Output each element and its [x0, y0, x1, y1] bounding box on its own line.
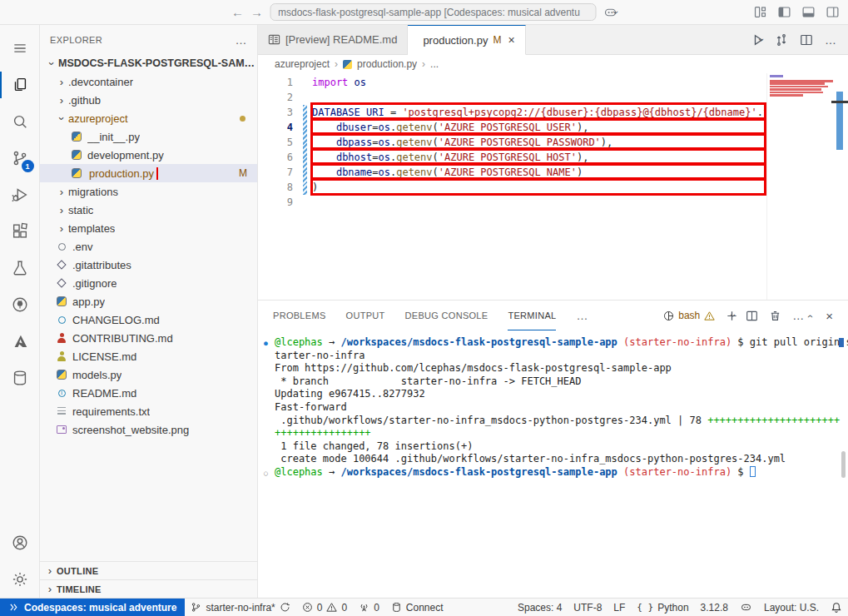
close-icon[interactable]: ×: [508, 33, 514, 47]
sidebar-item-source-control[interactable]: 1: [0, 140, 40, 176]
code-editor[interactable]: 123456789 import osDATABASE_URI = 'postg…: [258, 73, 848, 300]
terminal-shell-selector[interactable]: bash: [663, 310, 715, 321]
split-editor-icon[interactable]: [800, 33, 813, 47]
sidebar-item-azure[interactable]: [0, 323, 40, 360]
sidebar-item-static[interactable]: ›static: [40, 201, 257, 219]
tab-preview-readme[interactable]: [Preview] README.md: [258, 25, 408, 55]
status-bar: Codespaces: musical adventure starter-no…: [0, 598, 848, 616]
file-label: MSDOCS-FLASK-POSTGRESQL-SAMPLE-...: [58, 57, 257, 69]
tab-terminal[interactable]: TERMINAL: [508, 301, 556, 330]
sidebar-item-models-py[interactable]: models.py: [40, 365, 257, 384]
sidebar-item--gitattributes[interactable]: .gitattributes: [40, 256, 257, 274]
more-actions-icon[interactable]: …: [825, 33, 836, 47]
terminal-line: ++++++++++++++++: [258, 427, 848, 440]
code-line[interactable]: [258, 195, 766, 210]
code-line[interactable]: import os: [258, 75, 766, 90]
back-icon[interactable]: ←: [231, 5, 244, 19]
code-line[interactable]: dbname=os.getenv('AZURE_POSTGRESQL_NAME'…: [258, 165, 766, 180]
sidebar-item-app-py[interactable]: app.py: [40, 292, 257, 310]
remote-indicator[interactable]: Codespaces: musical adventure: [0, 599, 185, 616]
sidebar-item-templates[interactable]: ›templates: [40, 219, 257, 237]
code-line[interactable]: DATABASE_URI = 'postgresql+psycopg2://{d…: [258, 105, 766, 120]
sidebar-item-database[interactable]: [0, 360, 40, 396]
split-terminal-icon[interactable]: [746, 310, 758, 322]
timeline-section[interactable]: ›TIMELINE: [40, 579, 257, 598]
toggle-secondary-sidebar-icon[interactable]: [826, 5, 840, 19]
copilot-icon[interactable]: ›: [603, 5, 617, 20]
more-actions-icon[interactable]: …: [236, 33, 247, 47]
minimap[interactable]: [766, 73, 848, 300]
sidebar-item-development-py[interactable]: development.py: [40, 146, 257, 164]
terminal-line: From https://github.com/lcephas/msdocs-f…: [258, 362, 848, 375]
sidebar-item-extensions[interactable]: [0, 213, 40, 250]
connect-status[interactable]: Connect: [385, 599, 449, 616]
open-changes-icon[interactable]: [775, 33, 788, 47]
bell-icon: [831, 602, 842, 614]
code-line[interactable]: [258, 90, 766, 105]
branch-status[interactable]: starter-no-infra*: [185, 599, 295, 616]
close-panel-icon[interactable]: ×: [826, 309, 833, 323]
file-label: CHANGELOG.md: [72, 314, 160, 326]
tab-debug-console[interactable]: DEBUG CONSOLE: [405, 301, 488, 330]
layout-status[interactable]: Layout: U.S.: [758, 599, 825, 616]
run-button[interactable]: ›: [751, 33, 763, 47]
sidebar-item-testing[interactable]: [0, 250, 40, 286]
sidebar-item-screenshot-website-png[interactable]: screenshot_website.png: [40, 420, 257, 439]
terminal-line: tarter-no-infra: [258, 350, 848, 363]
sidebar-item--devcontainer[interactable]: ›.devcontainer: [40, 72, 257, 91]
file-label: templates: [68, 222, 115, 235]
sidebar-item--init-py[interactable]: __init__.py: [40, 127, 257, 146]
image-icon: [55, 423, 68, 436]
python-version-status[interactable]: 3.12.8: [695, 599, 734, 616]
breadcrumb-file[interactable]: production.py: [357, 58, 417, 70]
sidebar-item--env[interactable]: .env: [40, 237, 257, 256]
code-line[interactable]: dbuser=os.getenv('AZURE_POSTGRESQL_USER'…: [258, 120, 766, 135]
customize-layout-icon[interactable]: [753, 5, 767, 19]
sidebar-item-github[interactable]: [0, 286, 40, 323]
toggle-primary-sidebar-icon[interactable]: [777, 5, 791, 19]
breadcrumb-symbol[interactable]: ...: [430, 58, 439, 70]
tab-production-py[interactable]: production.py M ×: [408, 25, 525, 55]
tab-output[interactable]: OUTPUT: [346, 301, 385, 330]
sidebar-item-changelog-md[interactable]: CHANGELOG.md: [40, 310, 257, 329]
ports-status[interactable]: 0: [353, 599, 385, 616]
sidebar-item-readme-md[interactable]: README.md: [40, 384, 257, 402]
outline-section[interactable]: ›OUTLINE: [40, 561, 257, 579]
sidebar-item-search[interactable]: [0, 103, 40, 140]
more-actions-icon[interactable]: …: [792, 309, 804, 322]
sidebar-item--github[interactable]: ›.github: [40, 91, 257, 109]
more-actions-icon[interactable]: …: [576, 301, 588, 330]
kill-terminal-icon[interactable]: [769, 310, 781, 322]
notifications-bell[interactable]: [825, 599, 848, 616]
command-center-search[interactable]: [270, 3, 596, 21]
terminal[interactable]: ●@lcephas → /workspaces/msdocs-flask-pos…: [258, 330, 848, 598]
sidebar-item-azureproject[interactable]: ›azureproject: [40, 109, 257, 127]
sidebar-item-contributing-md[interactable]: CONTRIBUTING.md: [40, 329, 257, 347]
forward-icon[interactable]: →: [250, 5, 263, 19]
sidebar-item-production-py[interactable]: production.pyM: [40, 164, 257, 182]
problems-status[interactable]: 0 0: [296, 599, 353, 616]
sidebar-item-license-md[interactable]: LICENSE.md: [40, 347, 257, 365]
account-icon[interactable]: [0, 524, 40, 561]
encoding-status[interactable]: UTF-8: [568, 599, 607, 616]
indentation-status[interactable]: Spaces: 4: [512, 599, 568, 616]
menu-icon[interactable]: [0, 30, 40, 67]
sidebar-item-run-debug[interactable]: [0, 176, 40, 213]
code-line[interactable]: dbhost=os.getenv('AZURE_POSTGRESQL_HOST'…: [258, 150, 766, 165]
breadcrumb-folder[interactable]: azureproject: [275, 58, 330, 70]
code-line[interactable]: ): [258, 180, 766, 195]
sidebar-item-msdocs-flask-postgresql-sample-[interactable]: ›MSDOCS-FLASK-POSTGRESQL-SAMPLE-...: [40, 54, 257, 72]
sidebar-item-migrations[interactable]: ›migrations: [40, 182, 257, 201]
gear-icon[interactable]: [0, 561, 40, 598]
toggle-panel-icon[interactable]: [801, 5, 816, 19]
sidebar-item-requirements-txt[interactable]: requirements.txt: [40, 402, 257, 420]
new-terminal-button[interactable]: ›: [726, 310, 735, 322]
eol-status[interactable]: LF: [607, 599, 631, 616]
tab-problems[interactable]: PROBLEMS: [273, 301, 326, 330]
language-status[interactable]: { } Python: [631, 599, 694, 616]
sidebar-item--gitignore[interactable]: .gitignore: [40, 274, 257, 292]
copilot-status[interactable]: [734, 599, 758, 616]
chevron-collapsed-icon: ›: [55, 76, 68, 88]
code-line[interactable]: dbpass=os.getenv('AZURE_POSTGRESQL_PASSW…: [258, 135, 766, 150]
sidebar-item-explorer[interactable]: [0, 67, 40, 103]
